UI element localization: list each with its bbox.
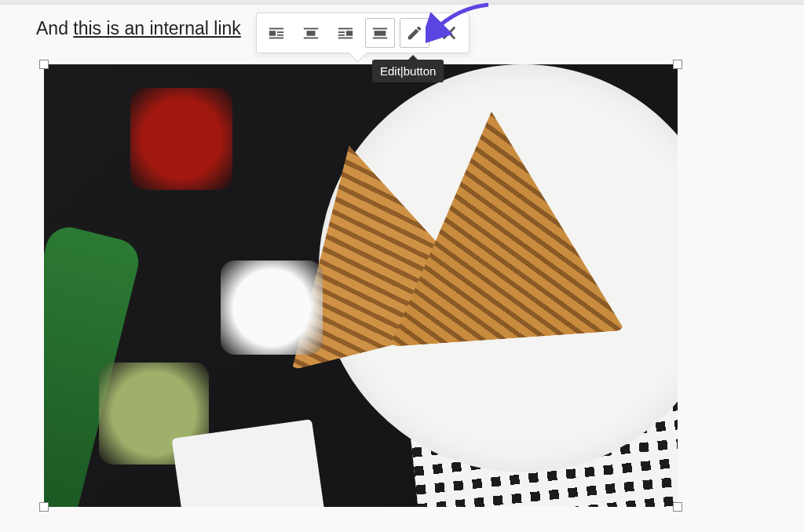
align-right-icon: [337, 24, 354, 42]
svg-rect-15: [373, 38, 387, 39]
svg-rect-5: [304, 28, 318, 30]
svg-rect-10: [338, 31, 345, 33]
svg-rect-12: [338, 38, 353, 39]
text-after-link-head: [241, 18, 246, 38]
svg-rect-2: [277, 31, 283, 33]
svg-rect-0: [269, 28, 283, 30]
resize-handle-bottom-right[interactable]: [673, 502, 682, 512]
align-none-icon: [371, 24, 389, 42]
image-toolbar: [256, 13, 470, 53]
svg-rect-11: [338, 35, 345, 36]
selected-image[interactable]: [44, 64, 678, 507]
pencil-icon: [406, 24, 423, 42]
close-icon: [440, 24, 458, 42]
resize-handle-top-left[interactable]: [39, 60, 49, 69]
text-before-link: And: [36, 18, 73, 38]
resize-handle-bottom-left[interactable]: [39, 502, 49, 512]
svg-rect-1: [269, 31, 276, 35]
internal-link[interactable]: this is an internal link: [73, 18, 241, 38]
align-none-button[interactable]: [365, 18, 395, 48]
align-center-icon: [302, 24, 320, 42]
svg-rect-9: [346, 31, 353, 35]
align-center-button[interactable]: [296, 18, 326, 48]
svg-rect-8: [338, 28, 353, 30]
remove-button[interactable]: [434, 18, 464, 48]
edit-button[interactable]: [400, 18, 429, 48]
edit-tooltip: Edit|button: [372, 60, 444, 82]
svg-rect-13: [373, 28, 387, 30]
resize-handle-top-right[interactable]: [673, 60, 682, 69]
svg-rect-4: [269, 38, 283, 39]
sauce-red-decor: [130, 88, 232, 190]
svg-rect-3: [277, 35, 283, 36]
svg-rect-14: [375, 31, 386, 35]
svg-rect-7: [304, 38, 318, 39]
sauce-white-decor: [221, 261, 323, 355]
selected-image-wrapper[interactable]: [44, 64, 678, 507]
window-top-border: [0, 0, 804, 5]
svg-rect-6: [307, 31, 316, 35]
align-left-button[interactable]: [261, 18, 291, 48]
align-right-button[interactable]: [331, 18, 360, 48]
align-left-icon: [268, 24, 285, 42]
